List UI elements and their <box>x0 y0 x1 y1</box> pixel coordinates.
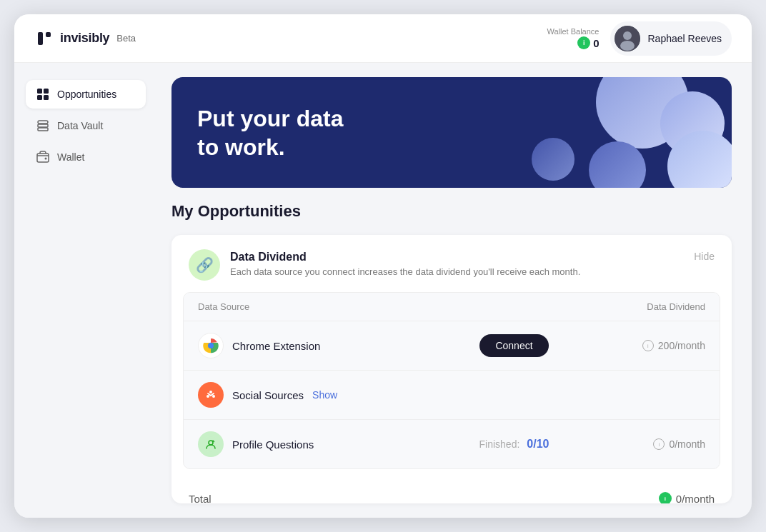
table-row: Chrome Extension Connect i 200/month <box>184 321 720 371</box>
grid-icon <box>36 87 50 101</box>
app-container: invisibly Beta Wallet Balance i 0 <box>14 14 752 518</box>
hero-banner: Put your data to work. <box>171 77 732 188</box>
main-layout: Opportunities Data Vault <box>14 63 752 518</box>
opportunities-card: 🔗 Data Dividend Each data source you con… <box>171 235 732 503</box>
wallet-balance-area: Wallet Balance i 0 <box>547 27 600 49</box>
row-middle-profile: Finished: 0/10 <box>409 438 620 451</box>
total-row: Total i 0/month <box>171 481 732 503</box>
total-coin-icon: i <box>659 492 672 503</box>
sidebar-label-wallet: Wallet <box>57 151 84 163</box>
svg-rect-0 <box>38 32 43 45</box>
svg-rect-1 <box>46 32 51 37</box>
card-title: Data Dividend <box>230 251 580 264</box>
total-value: i 0/month <box>659 492 715 503</box>
database-icon <box>36 119 50 133</box>
wallet-balance-label: Wallet Balance <box>547 27 600 36</box>
wallet-balance-value: i 0 <box>577 36 599 49</box>
table-row: Profile Questions Finished: 0/10 i 0/mon… <box>184 420 720 468</box>
chrome-icon <box>198 333 224 358</box>
table-row: Social Sources Show <box>184 371 720 420</box>
link-icon: 🔗 <box>196 256 214 273</box>
card-info: Data Dividend Each data source you conne… <box>230 251 580 278</box>
connect-button[interactable]: Connect <box>479 334 548 357</box>
total-label: Total <box>189 493 212 504</box>
profile-icon <box>198 431 224 457</box>
row-left-social: Social Sources Show <box>198 382 409 408</box>
row-left-profile: Profile Questions <box>198 431 409 457</box>
social-label: Social Sources <box>232 389 304 401</box>
chrome-label: Chrome Extension <box>232 340 320 352</box>
svg-rect-8 <box>44 95 49 100</box>
coin-icon: i <box>642 340 654 351</box>
svg-point-18 <box>209 391 212 393</box>
total-amount: 0/month <box>676 493 715 504</box>
balance-amount: 0 <box>593 37 599 49</box>
svg-point-19 <box>207 395 209 398</box>
wallet-icon <box>36 150 50 164</box>
profile-label: Profile Questions <box>232 438 314 451</box>
svg-point-21 <box>203 436 219 452</box>
hero-decoration <box>460 77 732 188</box>
svg-point-16 <box>208 343 214 348</box>
show-link[interactable]: Show <box>312 389 337 401</box>
svg-rect-9 <box>38 121 48 124</box>
user-profile[interactable]: Raphael Reeves <box>610 21 732 56</box>
sphere-3 <box>589 141 646 188</box>
content-area: Put your data to work. My Opportunities <box>157 63 752 518</box>
social-icon <box>198 382 224 408</box>
user-name: Raphael Reeves <box>647 33 722 44</box>
sidebar-item-data-vault[interactable]: Data Vault <box>26 111 146 140</box>
card-description: Each data source you connect increases t… <box>230 266 580 278</box>
logo-area: invisibly Beta <box>34 29 136 49</box>
svg-rect-10 <box>38 124 48 127</box>
row-middle-chrome: Connect <box>409 334 620 357</box>
chrome-dividend: 200/month <box>658 340 705 351</box>
data-table: Data Source Data Dividend <box>183 292 720 469</box>
section-title: My Opportunities <box>171 202 732 221</box>
svg-point-4 <box>620 41 635 51</box>
beta-badge: Beta <box>116 33 136 44</box>
finished-progress: 0/10 <box>527 438 549 451</box>
coin-icon: i <box>653 438 665 450</box>
row-left-chrome: Chrome Extension <box>198 333 409 358</box>
balance-coin-icon: i <box>577 36 590 49</box>
sidebar-item-opportunities[interactable]: Opportunities <box>26 80 146 109</box>
row-right-chrome: i 200/month <box>620 340 705 351</box>
col-data-source: Data Source <box>198 301 249 312</box>
sidebar-item-wallet[interactable]: Wallet <box>26 143 146 171</box>
svg-rect-6 <box>44 89 49 94</box>
svg-rect-7 <box>37 95 42 100</box>
card-header: 🔗 Data Dividend Each data source you con… <box>171 235 732 292</box>
logo-icon <box>34 29 54 49</box>
sidebar-label-opportunities: Opportunities <box>57 89 116 100</box>
svg-point-13 <box>45 158 47 160</box>
sphere-4 <box>532 138 574 181</box>
hero-text: Put your data to work. <box>171 87 369 179</box>
sidebar-label-data-vault: Data Vault <box>57 120 103 131</box>
top-nav: invisibly Beta Wallet Balance i 0 <box>14 14 752 63</box>
nav-right: Wallet Balance i 0 Raphael Reeves <box>547 21 732 56</box>
svg-point-20 <box>212 395 215 398</box>
svg-rect-11 <box>38 128 48 131</box>
avatar <box>615 26 640 51</box>
row-right-profile: i 0/month <box>620 438 705 450</box>
app-name: invisibly <box>60 31 109 46</box>
svg-rect-12 <box>37 154 49 162</box>
svg-rect-5 <box>37 89 42 94</box>
sidebar: Opportunities Data Vault <box>14 63 157 518</box>
hide-link[interactable]: Hide <box>694 249 715 262</box>
table-header: Data Source Data Dividend <box>184 293 720 321</box>
card-header-left: 🔗 Data Dividend Each data source you con… <box>189 249 580 281</box>
col-data-dividend: Data Dividend <box>647 301 705 312</box>
hero-title: Put your data to work. <box>197 104 343 161</box>
finished-label: Finished: <box>479 438 520 450</box>
profile-dividend: 0/month <box>669 438 705 450</box>
data-dividend-icon: 🔗 <box>189 249 220 281</box>
svg-point-3 <box>623 31 632 40</box>
